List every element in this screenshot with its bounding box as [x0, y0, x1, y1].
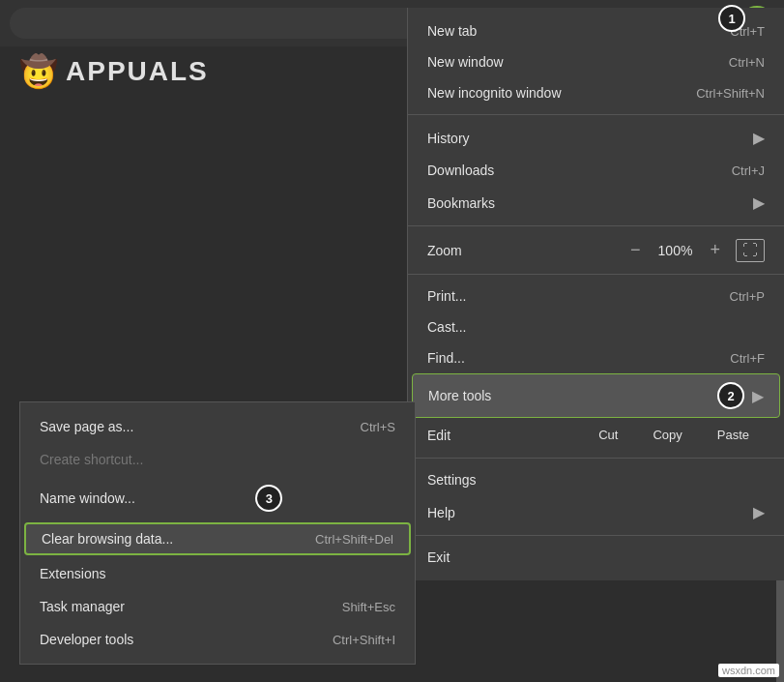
more-tools-submenu: Save page as... Ctrl+S Create shortcut..… [19, 401, 416, 665]
menu-item-cast[interactable]: Cast... [408, 311, 784, 342]
logo-text: APPUALS [66, 56, 209, 87]
edit-row: Edit Cut Copy Paste [408, 418, 784, 452]
annotation-1: 1 [718, 5, 745, 32]
menu-item-find[interactable]: Find... Ctrl+F [408, 342, 784, 373]
menu-item-settings[interactable]: Settings [408, 464, 784, 495]
menu-item-history[interactable]: History ▶ [408, 121, 784, 155]
submenu-item-extensions[interactable]: Extensions [20, 557, 415, 590]
paste-button[interactable]: Paste [702, 424, 765, 446]
zoom-row: Zoom − 100% + ⛶ [408, 232, 784, 268]
zoom-in-button[interactable]: + [702, 238, 728, 262]
arrow-icon: ▶ [752, 387, 764, 405]
separator-4 [408, 458, 784, 459]
menu-item-print[interactable]: Print... Ctrl+P [408, 281, 784, 311]
separator-2 [408, 225, 784, 226]
zoom-level: 100% [655, 243, 694, 258]
arrow-icon: ▶ [753, 129, 765, 147]
copy-button[interactable]: Copy [637, 424, 697, 446]
arrow-icon: ▶ [753, 193, 765, 212]
arrow-icon: ▶ [753, 503, 765, 521]
menu-item-more-tools[interactable]: More tools 2 ▶ [412, 373, 780, 418]
fullscreen-button[interactable]: ⛶ [736, 239, 765, 262]
menu-item-new-incognito[interactable]: New incognito window Ctrl+Shift+N [408, 77, 784, 108]
menu-item-exit[interactable]: Exit [408, 542, 784, 573]
separator-1 [408, 114, 784, 115]
annotation-2: 2 [717, 382, 744, 409]
menu-item-downloads[interactable]: Downloads Ctrl+J [408, 155, 784, 186]
submenu-item-clear-browsing[interactable]: Clear browsing data... Ctrl+Shift+Del [24, 522, 411, 555]
submenu-item-name-window[interactable]: Name window... 3 [20, 476, 415, 520]
separator-5 [408, 535, 784, 536]
annotation-3: 3 [255, 485, 282, 512]
chrome-context-menu: New tab Ctrl+T New window Ctrl+N New inc… [407, 8, 784, 580]
zoom-out-button[interactable]: − [623, 238, 649, 262]
cut-button[interactable]: Cut [583, 424, 633, 446]
watermark: wsxdn.com [718, 664, 779, 677]
submenu-item-save-page[interactable]: Save page as... Ctrl+S [20, 410, 415, 443]
submenu-item-create-shortcut[interactable]: Create shortcut... [20, 443, 415, 476]
menu-item-new-window[interactable]: New window Ctrl+N [408, 46, 784, 77]
menu-item-bookmarks[interactable]: Bookmarks ▶ [408, 186, 784, 220]
submenu-item-task-manager[interactable]: Task manager Shift+Esc [20, 590, 415, 623]
menu-item-help[interactable]: Help ▶ [408, 495, 784, 529]
logo-area: 🤠 APPUALS [19, 53, 209, 90]
submenu-item-devtools[interactable]: Developer tools Ctrl+Shift+I [20, 623, 415, 656]
separator-3 [408, 274, 784, 275]
